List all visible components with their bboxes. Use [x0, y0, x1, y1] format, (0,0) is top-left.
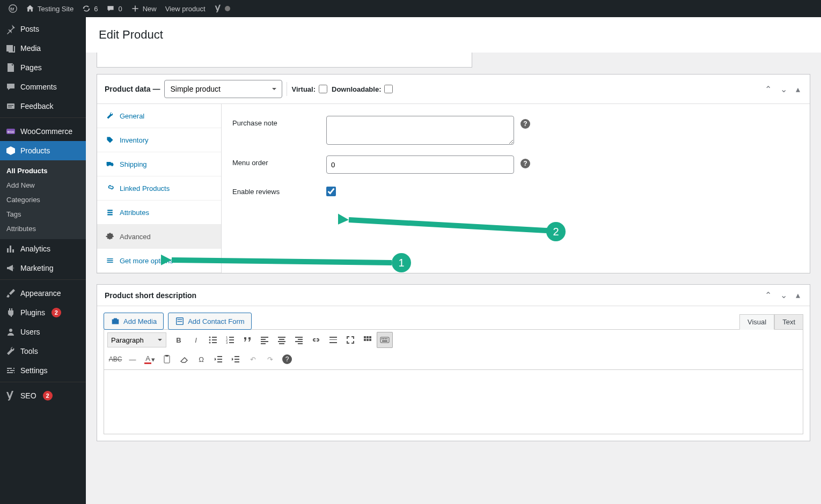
sidebar-item-appearance[interactable]: Appearance	[0, 284, 86, 303]
virtual-checkbox[interactable]	[319, 85, 327, 93]
move-up-button[interactable]: ⌃	[763, 290, 774, 300]
keyboard-icon	[379, 335, 390, 345]
help-icon[interactable]: ?	[521, 119, 530, 129]
sidebar-item-media[interactable]: Media	[0, 39, 86, 58]
new-button[interactable]: New	[127, 0, 161, 17]
hr-button[interactable]: —	[124, 351, 141, 367]
virtual-field[interactable]: Virtual:	[291, 85, 327, 93]
comments-button[interactable]: 0	[102, 0, 126, 17]
move-down-button[interactable]: ⌄	[778, 84, 789, 94]
gear-icon	[106, 232, 114, 241]
product-type-select[interactable]: Simple product	[164, 80, 282, 98]
strikethrough-button[interactable]: ABC	[107, 351, 123, 367]
collapse-button[interactable]: ▴	[794, 290, 802, 300]
redo-button[interactable]: ↷	[262, 351, 278, 367]
outdent-button[interactable]	[210, 351, 226, 367]
svg-rect-35	[329, 339, 337, 340]
menu-order-input[interactable]	[326, 155, 514, 174]
blockquote-button[interactable]	[239, 332, 255, 348]
updates-button[interactable]: 6	[78, 0, 102, 17]
tab-attributes[interactable]: Attributes	[97, 201, 221, 225]
help-icon[interactable]: ?	[521, 159, 530, 168]
fullscreen-button[interactable]	[342, 332, 358, 348]
align-left-button[interactable]	[256, 332, 273, 348]
wp-logo-button[interactable]	[4, 0, 21, 17]
svg-rect-49	[164, 355, 170, 363]
sidebar-item-settings[interactable]: Settings	[0, 361, 86, 380]
svg-rect-38	[366, 336, 369, 338]
sidebar-item-tools[interactable]: Tools	[0, 342, 86, 361]
sidebar-item-analytics[interactable]: Analytics	[0, 239, 86, 258]
svg-rect-41	[366, 339, 369, 341]
view-product-button[interactable]: View product	[161, 0, 210, 17]
visual-tab[interactable]: Visual	[739, 314, 774, 330]
media-icon	[5, 43, 16, 54]
svg-rect-11	[212, 337, 217, 338]
sidebar-item-plugins[interactable]: Plugins2	[0, 303, 86, 322]
yoast-button[interactable]	[210, 0, 234, 17]
collapse-button[interactable]: ▴	[794, 84, 802, 94]
sidebar-item-comments[interactable]: Comments	[0, 77, 86, 97]
purchase-note-input[interactable]	[326, 116, 514, 145]
italic-button[interactable]: I	[188, 332, 204, 348]
svg-rect-19	[229, 339, 234, 340]
wrench-icon	[106, 112, 114, 120]
svg-rect-51	[217, 356, 222, 357]
link-button[interactable]	[308, 332, 324, 348]
sidebar-item-users[interactable]: Users	[0, 322, 86, 342]
svg-rect-31	[298, 339, 303, 340]
new-label: New	[143, 5, 157, 13]
special-char-button[interactable]: Ω	[193, 351, 209, 367]
clear-format-button[interactable]	[176, 351, 192, 367]
number-list-button[interactable]: 123	[222, 332, 238, 348]
editor-textarea[interactable]	[104, 370, 803, 434]
undo-button[interactable]: ↶	[245, 351, 261, 367]
indent-button[interactable]	[228, 351, 244, 367]
move-up-button[interactable]: ⌃	[763, 84, 774, 94]
downloadable-checkbox[interactable]	[384, 85, 393, 93]
add-contact-form-button[interactable]: Add Contact Form	[168, 313, 252, 330]
add-media-button[interactable]: Add Media	[104, 313, 164, 330]
sidebar-item-products[interactable]: Products	[0, 141, 86, 160]
move-down-button[interactable]: ⌄	[778, 290, 789, 300]
tab-advanced[interactable]: Advanced	[97, 225, 221, 249]
editor-mode-tabs: Visual Text	[739, 314, 803, 330]
feedback-icon	[5, 101, 16, 112]
tab-shipping[interactable]: Shipping	[97, 152, 221, 176]
sidebar-item-seo[interactable]: SEO2	[0, 386, 86, 405]
paste-text-button[interactable]	[159, 351, 175, 367]
svg-rect-3	[8, 107, 12, 107]
tab-inventory[interactable]: Inventory	[97, 128, 221, 152]
bold-button[interactable]: B	[171, 332, 187, 348]
read-more-button[interactable]	[325, 332, 341, 348]
sidebar-item-woocommerce[interactable]: wooWooCommerce	[0, 122, 86, 141]
wp-adv-button[interactable]	[360, 332, 376, 348]
sidebar-item-marketing[interactable]: Marketing	[0, 258, 86, 278]
sidebar-item-feedback[interactable]: Feedback	[0, 97, 86, 116]
format-select[interactable]: Paragraph	[107, 332, 166, 347]
tab-more-options[interactable]: Get more options	[97, 249, 221, 273]
sub-all-products[interactable]: All Products	[0, 164, 86, 178]
outdent-icon	[213, 354, 224, 365]
enable-reviews-checkbox[interactable]	[326, 187, 336, 196]
toolbar-toggle-button[interactable]	[377, 332, 393, 348]
align-right-button[interactable]	[291, 332, 307, 348]
align-center-button[interactable]	[274, 332, 290, 348]
svg-rect-32	[295, 341, 303, 342]
sub-add-new[interactable]: Add New	[0, 178, 86, 192]
fullscreen-icon	[345, 335, 356, 345]
help-button[interactable]: ?	[279, 351, 295, 367]
sidebar-item-posts[interactable]: Posts	[0, 19, 86, 39]
tab-general[interactable]: General	[97, 104, 221, 128]
tab-linked[interactable]: Linked Products	[97, 176, 221, 201]
sub-attributes[interactable]: Attributes	[0, 221, 86, 236]
plus-icon	[131, 4, 140, 13]
text-color-button[interactable]: A▾	[142, 351, 158, 367]
text-tab[interactable]: Text	[774, 314, 803, 330]
downloadable-field[interactable]: Downloadable:	[332, 85, 393, 93]
site-home-button[interactable]: Testing Site	[21, 0, 78, 17]
bullet-list-button[interactable]	[205, 332, 221, 348]
sub-categories[interactable]: Categories	[0, 192, 86, 207]
sidebar-item-pages[interactable]: Pages	[0, 58, 86, 77]
sub-tags[interactable]: Tags	[0, 207, 86, 221]
